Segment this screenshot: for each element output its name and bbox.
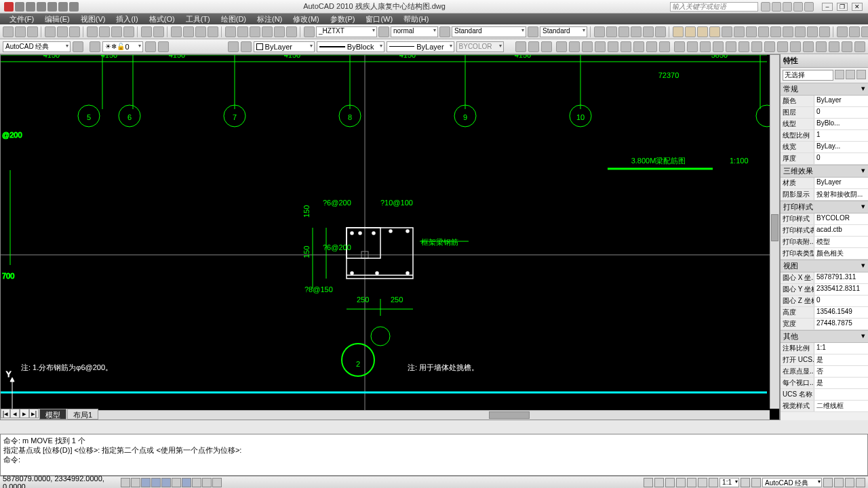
line-draw-icon[interactable] bbox=[556, 41, 567, 52]
ducs-toggle[interactable] bbox=[182, 478, 191, 487]
otrack-toggle[interactable] bbox=[172, 478, 181, 487]
pan-icon[interactable] bbox=[171, 26, 182, 37]
tb-h-icon[interactable] bbox=[734, 26, 745, 37]
tool-pal-icon[interactable] bbox=[250, 26, 260, 37]
color-dropdown[interactable]: ByLayer bbox=[254, 41, 315, 52]
edit-block-icon[interactable] bbox=[541, 41, 552, 52]
menu-修改[interactable]: 修改(M) bbox=[288, 14, 325, 24]
circle-3-icon[interactable] bbox=[697, 26, 708, 37]
tb-l-icon[interactable] bbox=[783, 26, 793, 37]
minimize-button[interactable]: – bbox=[822, 3, 833, 11]
new-icon[interactable] bbox=[15, 2, 24, 12]
extend-icon[interactable] bbox=[764, 41, 775, 52]
tb-c-icon[interactable] bbox=[618, 26, 629, 37]
tb-k-icon[interactable] bbox=[770, 26, 781, 37]
quickview-drawings-icon[interactable] bbox=[665, 478, 675, 487]
props-row[interactable]: 打印表类型颜色相关 bbox=[781, 248, 868, 260]
match-icon[interactable] bbox=[123, 26, 134, 37]
trim-icon[interactable] bbox=[751, 41, 762, 52]
tab-first-button[interactable]: |◂ bbox=[1, 409, 10, 418]
props-row[interactable]: 线宽ByLay... bbox=[781, 142, 868, 153]
tab-prev-button[interactable]: ◂ bbox=[10, 409, 20, 418]
maximize-button[interactable]: ❐ bbox=[837, 3, 848, 11]
props-row[interactable]: 宽度27448.7875 bbox=[781, 319, 868, 330]
text-style-dropdown[interactable]: _HZTXT bbox=[316, 26, 377, 37]
lineweight-dropdown[interactable]: ByLayer bbox=[387, 41, 454, 52]
drawing-canvas[interactable]: 5 6 7 8 9 10 4150 4150 4150 4150 4150 41… bbox=[0, 54, 780, 420]
join-icon[interactable] bbox=[854, 41, 865, 52]
props-row[interactable]: UCS 名称 bbox=[781, 389, 868, 401]
point-icon[interactable] bbox=[659, 41, 670, 52]
tb-p-icon[interactable] bbox=[837, 26, 848, 37]
mleader-icon[interactable] bbox=[528, 26, 538, 37]
explode-icon[interactable] bbox=[842, 41, 852, 52]
props-row[interactable]: 视觉样式二维线框 bbox=[781, 401, 868, 412]
open-icon[interactable] bbox=[26, 2, 35, 12]
insert-icon[interactable] bbox=[515, 41, 526, 52]
tab-last-button[interactable]: ▸| bbox=[29, 409, 39, 418]
hatch-icon[interactable] bbox=[633, 41, 644, 52]
canvas-scrollbar-horizontal[interactable] bbox=[68, 410, 770, 420]
zoom-win-icon[interactable] bbox=[195, 26, 206, 37]
tab-model[interactable]: 模型 bbox=[39, 409, 66, 420]
props-row[interactable]: 材质ByLayer bbox=[781, 178, 868, 189]
tb-m-icon[interactable] bbox=[795, 26, 806, 37]
quickselect-icon[interactable] bbox=[835, 70, 844, 79]
menu-工具[interactable]: 工具(T) bbox=[180, 14, 216, 24]
tb-n-icon[interactable] bbox=[807, 26, 818, 37]
props-row[interactable]: 圆心 Y 坐标2335412.8311 bbox=[781, 284, 868, 296]
layer-state-icon[interactable] bbox=[241, 41, 252, 52]
layer-prev-icon[interactable] bbox=[158, 41, 169, 52]
tb-j-icon[interactable] bbox=[758, 26, 769, 37]
circle-4-icon[interactable] bbox=[709, 26, 720, 37]
workspace-dropdown[interactable]: AutoCAD 经典 bbox=[3, 41, 71, 52]
command-line[interactable]: 命令: m MOVE 找到 1 个 指定基点或 [位移(D)] <位移>: 指定… bbox=[0, 434, 868, 476]
fillet-icon[interactable] bbox=[803, 41, 814, 52]
block-icon[interactable] bbox=[528, 41, 539, 52]
ws-settings-icon[interactable] bbox=[73, 41, 83, 52]
dc-icon[interactable] bbox=[237, 26, 248, 37]
isolate-icon[interactable] bbox=[845, 478, 854, 487]
props-row[interactable]: 线型比例1 bbox=[781, 130, 868, 142]
selectobjs-icon[interactable] bbox=[856, 70, 866, 79]
open-file-icon[interactable] bbox=[15, 26, 26, 37]
props-section[interactable]: 其他▾ bbox=[781, 330, 868, 343]
dyn-toggle[interactable] bbox=[192, 478, 201, 487]
annoscale-dropdown[interactable]: 1:1 bbox=[719, 478, 739, 487]
props-section[interactable]: 打印样式▾ bbox=[781, 201, 868, 214]
linetype-dropdown[interactable]: ByBlock bbox=[317, 41, 384, 52]
grid-toggle[interactable] bbox=[131, 478, 140, 487]
pickadd-icon[interactable] bbox=[846, 70, 855, 79]
lwt-toggle[interactable] bbox=[202, 478, 212, 487]
menu-帮助[interactable]: 帮助(H) bbox=[398, 14, 434, 24]
tb-b-icon[interactable] bbox=[606, 26, 617, 37]
circle-2-icon[interactable] bbox=[685, 26, 696, 37]
comm-icon[interactable] bbox=[783, 2, 792, 12]
ssm-icon[interactable] bbox=[262, 26, 273, 37]
props-row[interactable]: 打开 UCS...是 bbox=[781, 354, 868, 366]
ellipse-icon[interactable] bbox=[620, 41, 631, 52]
undo-icon[interactable] bbox=[47, 2, 57, 12]
menu-参数[interactable]: 参数(P) bbox=[325, 14, 361, 24]
pan-status-icon[interactable] bbox=[676, 478, 686, 487]
tb-f-icon[interactable] bbox=[655, 26, 666, 37]
dim-style-dropdown[interactable]: normal bbox=[391, 26, 438, 37]
zoom-status-icon[interactable] bbox=[687, 478, 696, 487]
ortho-toggle[interactable] bbox=[141, 478, 151, 487]
zoom-rt-icon[interactable] bbox=[183, 26, 194, 37]
menu-窗口[interactable]: 窗口(W) bbox=[360, 14, 398, 24]
publish-icon[interactable] bbox=[69, 26, 80, 37]
print-icon[interactable] bbox=[69, 2, 79, 12]
props-row[interactable]: 在原点显...否 bbox=[781, 366, 868, 378]
layer-props-icon[interactable] bbox=[90, 41, 100, 52]
props-row[interactable]: 打印表附...模型 bbox=[781, 237, 868, 248]
props-icon[interactable] bbox=[225, 26, 236, 37]
osnap-toggle[interactable] bbox=[161, 478, 171, 487]
copy-icon[interactable] bbox=[99, 26, 110, 37]
lock-ui-icon[interactable] bbox=[823, 478, 833, 487]
mleader-style-dropdown[interactable]: Standard bbox=[540, 26, 587, 37]
calc-icon[interactable] bbox=[286, 26, 297, 37]
menu-编辑[interactable]: 编辑(E) bbox=[39, 14, 75, 24]
chamfer-icon[interactable] bbox=[816, 41, 827, 52]
layer-iso-icon[interactable] bbox=[145, 41, 156, 52]
